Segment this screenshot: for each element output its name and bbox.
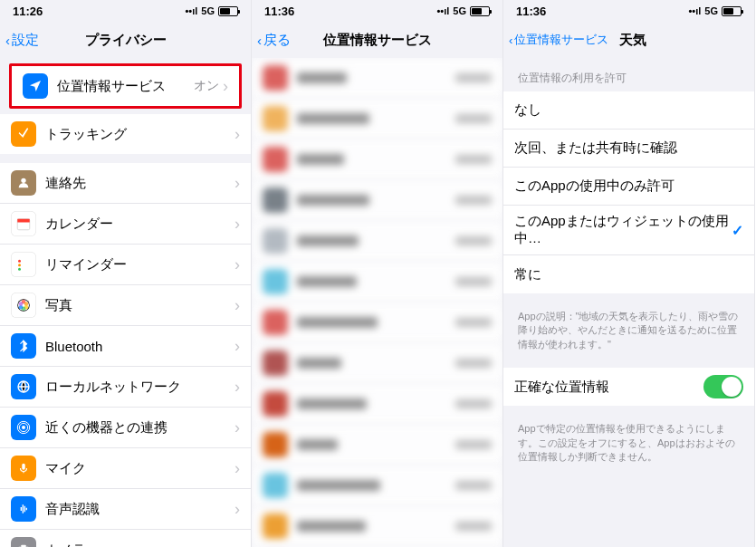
option-row[interactable]: なし [503,91,754,130]
app-icon [11,537,36,547]
chevron-right-icon: › [234,418,240,437]
svg-point-14 [19,302,24,306]
signal-bars-icon: ••ıl [436,5,449,16]
option-label: このAppまたはウィジェットの使用中… [514,213,732,247]
row-permission[interactable]: カメラ› [0,530,251,547]
row-label: マイク [45,460,234,477]
row-label: 写真 [45,297,234,314]
content-scroll[interactable]: 天気 ➤ 使用中のみ › [252,58,502,547]
content-scroll[interactable]: 位置情報の利用を許可 なし次回、または共有時に確認このAppの使用中のみ許可この… [503,58,754,547]
chevron-right-icon: › [234,541,240,548]
row-permission[interactable]: 音声認識› [0,489,251,530]
svg-rect-2 [17,219,30,223]
option-label: 次回、または共有時に確認 [514,139,743,157]
row-permission[interactable]: マイク› [0,448,251,489]
row-permission[interactable]: ローカルネットワーク› [0,367,251,408]
app-icon [11,496,36,522]
app-icon [11,252,36,277]
blurred-row [252,425,502,465]
blurred-row [252,506,502,547]
chevron-right-icon: › [223,77,228,96]
status-right: ••ıl 5G [185,5,238,16]
chevron-right-icon: › [234,337,240,356]
blurred-row [252,302,502,343]
chevron-right-icon: › [234,500,240,519]
app-icon [11,293,36,318]
row-permission[interactable]: Bluetooth› [0,326,251,367]
nav-bar: ‹ 戻る 位置情報サービス [252,22,502,58]
chevron-right-icon: › [234,255,240,274]
toggle-precise[interactable] [703,375,743,398]
chevron-right-icon: › [234,378,240,397]
chevron-left-icon: ‹ [257,33,262,48]
svg-point-4 [18,260,21,263]
group-permissions: 連絡先›カレンダー›リマインダー›写真›Bluetooth›ローカルネットワーク… [0,163,251,547]
svg-rect-3 [15,256,32,273]
phone-location-services: 11:36 ••ıl 5G ‹ 戻る 位置情報サービス 天気 ➤ 使用中のみ › [252,0,503,547]
checkmark-icon: ✓ [732,222,743,239]
status-time: 11:36 [264,5,294,18]
row-label: Bluetooth [45,339,234,354]
option-row[interactable]: このAppの使用中のみ許可 [503,168,754,206]
blurred-row [252,99,502,139]
status-right: ••ıl 5G [688,5,742,16]
svg-point-5 [18,264,21,266]
row-permission[interactable]: 近くの機器との連携› [0,408,251,448]
app-icon [11,211,36,236]
status-bar: 11:36 ••ıl 5G [252,0,502,22]
row-precise-location[interactable]: 正確な位置情報 [503,368,754,406]
row-permission[interactable]: リマインダー› [0,245,251,285]
highlight-location-row: 位置情報サービス オン › [9,63,242,109]
row-label: リマインダー [45,256,234,274]
option-row[interactable]: このAppまたはウィジェットの使用中…✓ [503,206,754,255]
tracking-icon [11,121,36,147]
row-tracking[interactable]: トラッキング › [0,114,251,154]
blurred-row [252,465,502,506]
status-right: ••ıl 5G [436,5,490,16]
option-label: 常に [514,266,743,283]
battery-icon [722,6,742,16]
phone-weather-location: 11:36 ••ıl 5G ‹ 位置情報サービス 天気 位置情報の利用を許可 な… [503,0,755,547]
battery-icon [470,6,490,16]
app-icon [11,415,36,440]
blurred-row [252,384,502,425]
group-options: なし次回、または共有時に確認このAppの使用中のみ許可このAppまたはウィジェッ… [503,91,754,293]
option-label: なし [514,101,743,119]
blurred-row [252,343,502,384]
chevron-right-icon: › [234,125,240,144]
phone-privacy: 11:26 ••ıl 5G ‹ 設定 プライバシー 位置情報サービス オン › [0,0,252,547]
battery-icon [218,6,238,16]
status-time: 11:36 [516,5,546,18]
location-arrow-icon [23,73,48,99]
row-permission[interactable]: 写真› [0,285,251,326]
option-row[interactable]: 次回、または共有時に確認 [503,130,754,168]
back-button[interactable]: ‹ 位置情報サービス [509,32,608,48]
back-button[interactable]: ‹ 戻る [257,32,291,49]
row-permission[interactable]: 連絡先› [0,163,251,204]
app-icon [11,456,36,481]
footer-precise-description: Appで特定の位置情報を使用できるようにします。この設定をオフにすると、Appは… [503,415,754,471]
row-label: 連絡先 [45,175,234,192]
app-icon [11,170,36,196]
back-button[interactable]: ‹ 設定 [5,32,39,49]
option-row[interactable]: 常に [503,255,754,293]
option-label: このAppの使用中のみ許可 [514,178,743,195]
group-precise: 正確な位置情報 [503,368,754,406]
status-bar: 11:36 ••ıl 5G [503,0,754,22]
chevron-right-icon: › [234,174,240,193]
blurred-row [252,262,502,302]
nav-bar: ‹ 設定 プライバシー [0,22,251,58]
footer-app-description: Appの説明："地域の天気を表示したり、雨や雪の降り始めや、やんだときに通知を送… [503,302,754,359]
svg-rect-19 [22,464,25,470]
signal-bars-icon: ••ıl [688,5,701,16]
content-scroll[interactable]: 位置情報サービス オン › トラッキング › 連絡先›カレンダー›リマインダー›… [0,58,251,547]
row-label: ローカルネットワーク [45,379,234,396]
nav-bar: ‹ 位置情報サービス 天気 [503,22,754,58]
blurred-row [252,139,502,180]
row-location-services[interactable]: 位置情報サービス オン › [12,66,239,106]
chevron-right-icon: › [234,459,240,478]
app-icon [11,374,36,399]
chevron-left-icon: ‹ [5,33,10,48]
row-permission[interactable]: カレンダー› [0,204,251,245]
chevron-right-icon: › [234,215,240,234]
